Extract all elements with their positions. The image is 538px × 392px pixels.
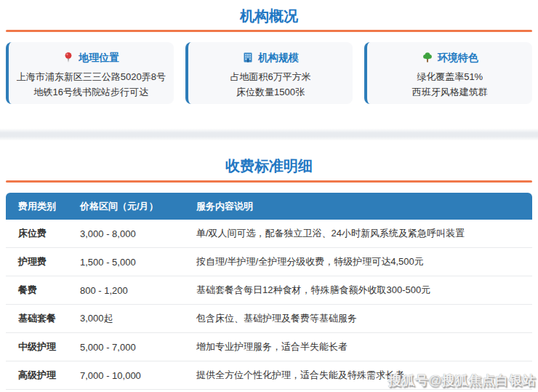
cell-description: 增加专业护理服务，适合半失能长者	[196, 340, 532, 353]
cell-category: 高级护理	[6, 369, 80, 382]
card-title-text: 环境特色	[438, 50, 478, 65]
card-title-text: 地理位置	[79, 50, 119, 65]
cell-price: 3,000起	[80, 312, 196, 325]
section-separator	[0, 129, 538, 140]
cell-category: 基础套餐	[6, 312, 80, 325]
tree-icon	[422, 52, 433, 63]
card-line: 绿化覆盖率51%	[372, 69, 528, 84]
table-row: 中级护理 5,000 - 7,000 增加专业护理服务，适合半失能长者	[6, 333, 532, 361]
card-line: 床位数量1500张	[193, 84, 349, 100]
cell-price: 3,000 - 8,000	[80, 228, 196, 239]
overview-section-title: 机构概况	[0, 0, 538, 25]
fee-table-header: 费用类别 价格区间（元/月） 服务内容说明	[6, 193, 532, 220]
orange-divider	[6, 30, 532, 32]
card-title-text: 机构规模	[258, 50, 299, 65]
cell-price: 7,000 - 10,000	[80, 370, 196, 381]
fees-section-title: 收费标准明细	[0, 140, 538, 175]
card-environment: 环境特色 绿化覆盖率51% 西班牙风格建筑群	[364, 42, 532, 104]
cell-price: 1,500 - 5,000	[80, 257, 196, 268]
cell-description: 按自理/半护理/全护理分级收费，特级护理可达4,500元	[196, 255, 532, 268]
card-environment-body: 绿化覆盖率51% 西班牙风格建筑群	[372, 69, 528, 100]
cell-price: 5,000 - 7,000	[80, 342, 196, 353]
cell-description: 包含床位、基础护理及餐费等基础服务	[196, 312, 532, 325]
header-cell-price: 价格区间（元/月）	[80, 200, 196, 213]
card-line: 占地面积6万平方米	[193, 69, 349, 84]
card-line: 地铁16号线书院站步行可达	[13, 84, 169, 100]
fee-table: 费用类别 价格区间（元/月） 服务内容说明 床位费 3,000 - 8,000 …	[6, 193, 532, 390]
building-icon	[242, 52, 254, 63]
cell-price: 800 - 1,200	[80, 285, 196, 296]
cell-category: 护理费	[6, 255, 80, 268]
card-line: 上海市浦东新区三三公路5020弄8号	[13, 69, 169, 84]
card-environment-title: 环境特色	[372, 50, 528, 65]
sohu-watermark: 搜狐号@搜狐焦点白银站	[388, 372, 536, 389]
overview-cards: 地理位置 上海市浦东新区三三公路5020弄8号 地铁16号线书院站步行可达	[6, 42, 532, 104]
card-scale-title: 机构规模	[193, 50, 349, 65]
cell-description: 单/双人间可选，配备独立卫浴、24小时新风系统及紧急呼叫装置	[196, 227, 532, 240]
cell-description: 基础套餐含每日12种食材，特殊膳食额外收取300-500元	[196, 284, 532, 297]
table-row: 床位费 3,000 - 8,000 单/双人间可选，配备独立卫浴、24小时新风系…	[6, 220, 532, 248]
table-row: 护理费 1,500 - 5,000 按自理/半护理/全护理分级收费，特级护理可达…	[6, 248, 532, 276]
table-row: 基础套餐 3,000起 包含床位、基础护理及餐费等基础服务	[6, 305, 532, 333]
card-location: 地理位置 上海市浦东新区三三公路5020弄8号 地铁16号线书院站步行可达	[6, 42, 174, 104]
card-location-body: 上海市浦东新区三三公路5020弄8号 地铁16号线书院站步行可达	[13, 69, 169, 100]
card-location-title: 地理位置	[13, 50, 169, 65]
cell-category: 床位费	[6, 227, 80, 240]
card-scale: 机构规模 占地面积6万平方米 床位数量1500张	[185, 42, 353, 104]
orange-divider	[6, 180, 532, 183]
table-row: 餐费 800 - 1,200 基础套餐含每日12种食材，特殊膳食额外收取300-…	[6, 276, 532, 305]
card-line: 西班牙风格建筑群	[372, 84, 528, 100]
location-pin-icon	[63, 52, 74, 63]
header-cell-service: 服务内容说明	[196, 200, 532, 213]
card-scale-body: 占地面积6万平方米 床位数量1500张	[193, 69, 349, 100]
cell-category: 中级护理	[6, 340, 80, 353]
header-cell-category: 费用类别	[6, 200, 80, 213]
cell-category: 餐费	[6, 284, 80, 297]
